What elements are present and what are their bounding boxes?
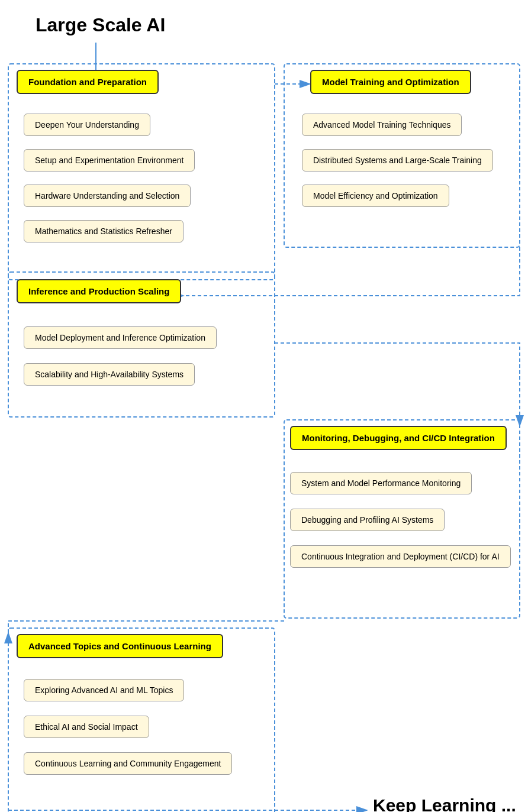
scalability-node[interactable]: Scalability and High-Availability System…	[24, 363, 195, 386]
keep-learning-text: Keep Learning ...	[373, 795, 516, 812]
svg-rect-1	[8, 64, 275, 280]
deployment-node[interactable]: Model Deployment and Inference Optimizat…	[24, 326, 217, 349]
debugging-node[interactable]: Debugging and Profiling AI Systems	[290, 509, 445, 531]
efficiency-node[interactable]: Model Efficiency and Optimization	[302, 185, 449, 207]
math-node[interactable]: Mathematics and Statistics Refresher	[24, 220, 183, 242]
foundation-node[interactable]: Foundation and Preparation	[17, 70, 159, 94]
continuous-node[interactable]: Continuous Learning and Community Engage…	[24, 752, 232, 775]
system-monitor-node[interactable]: System and Model Performance Monitoring	[290, 472, 472, 494]
hardware-node[interactable]: Hardware Understanding and Selection	[24, 185, 191, 207]
deepen-node[interactable]: Deepen Your Understanding	[24, 114, 150, 136]
monitoring-node[interactable]: Monitoring, Debugging, and CI/CD Integra…	[290, 426, 507, 450]
ethical-node[interactable]: Ethical AI and Social Impact	[24, 716, 149, 738]
advanced-training-node[interactable]: Advanced Model Training Techniques	[302, 114, 462, 136]
setup-node[interactable]: Setup and Experimentation Environment	[24, 149, 195, 172]
page-title: Large Scale AI	[0, 0, 528, 36]
exploring-node[interactable]: Exploring Advanced AI and ML Topics	[24, 679, 184, 701]
model-training-node[interactable]: Model Training and Optimization	[310, 70, 471, 94]
distributed-node[interactable]: Distributed Systems and Large-Scale Trai…	[302, 149, 493, 172]
inference-node[interactable]: Inference and Production Scaling	[17, 279, 181, 303]
cicd-node[interactable]: Continuous Integration and Deployment (C…	[290, 545, 511, 568]
advanced-topics-node[interactable]: Advanced Topics and Continuous Learning	[17, 634, 223, 658]
